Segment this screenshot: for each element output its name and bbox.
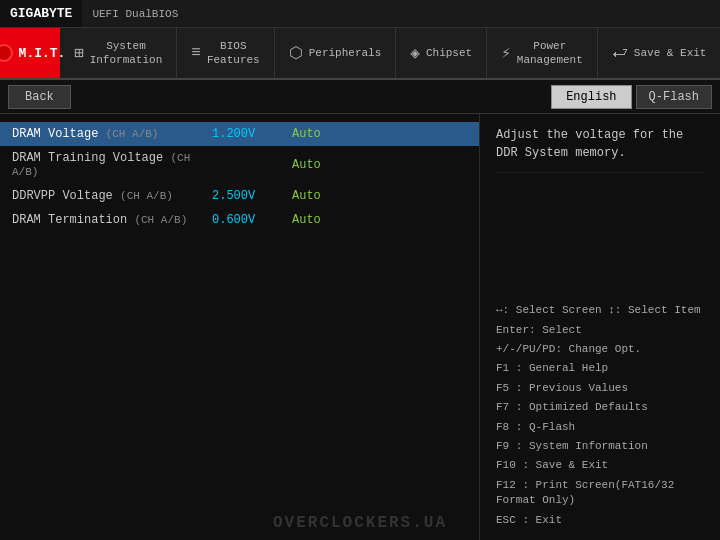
english-button[interactable]: English bbox=[551, 85, 631, 109]
keybind-row-4: F5 : Previous Values bbox=[496, 381, 704, 396]
setting-row-ddrvpp-voltage[interactable]: DDRVPP Voltage (CH A/B)2.500VAuto bbox=[0, 184, 479, 208]
bios-label: UEFI DualBIOS bbox=[82, 0, 188, 27]
setting-row-dram-termination[interactable]: DRAM Termination (CH A/B)0.600VAuto bbox=[0, 208, 479, 232]
setting-value-dram-voltage: 1.200V bbox=[212, 127, 292, 141]
keybind-row-1: Enter: Select bbox=[496, 323, 704, 338]
save-exit-label: Save & Exit bbox=[634, 46, 707, 60]
setting-row-dram-voltage[interactable]: DRAM Voltage (CH A/B)1.200VAuto bbox=[0, 122, 479, 146]
save-exit-icon: ⮐ bbox=[612, 44, 628, 63]
nav-bar: M.I.T. ⊞System Information≡BIOS Features… bbox=[0, 28, 720, 80]
nav-item-save-exit[interactable]: ⮐Save & Exit bbox=[598, 28, 720, 78]
bios-features-label: BIOS Features bbox=[207, 39, 260, 68]
chipset-icon: ◈ bbox=[410, 43, 420, 63]
chipset-label: Chipset bbox=[426, 46, 472, 60]
keybind-row-9: F12 : Print Screen(FAT16/32 Format Only) bbox=[496, 478, 704, 509]
setting-name-dram-termination: DRAM Termination (CH A/B) bbox=[12, 213, 212, 227]
setting-auto-ddrvpp-voltage: Auto bbox=[292, 189, 321, 203]
setting-auto-dram-voltage: Auto bbox=[292, 127, 321, 141]
qflash-button[interactable]: Q-Flash bbox=[636, 85, 712, 109]
keybind-row-3: F1 : General Help bbox=[496, 361, 704, 376]
peripherals-icon: ⬡ bbox=[289, 43, 303, 63]
system-information-icon: ⊞ bbox=[74, 43, 84, 63]
keybind-row-8: F10 : Save & Exit bbox=[496, 458, 704, 473]
nav-item-chipset[interactable]: ◈Chipset bbox=[396, 28, 487, 78]
mit-nav-item[interactable]: M.I.T. bbox=[0, 28, 60, 78]
keybind-row-6: F8 : Q-Flash bbox=[496, 420, 704, 435]
brand-logo: GIGABYTE bbox=[0, 0, 82, 27]
lang-section: English Q-Flash bbox=[551, 85, 712, 109]
setting-name-dram-voltage: DRAM Voltage (CH A/B) bbox=[12, 127, 212, 141]
nav-item-power-management[interactable]: ⚡Power Management bbox=[487, 28, 598, 78]
setting-value-dram-termination: 0.600V bbox=[212, 213, 292, 227]
bios-features-icon: ≡ bbox=[191, 44, 201, 62]
nav-item-system-information[interactable]: ⊞System Information bbox=[60, 28, 177, 78]
setting-row-dram-training-voltage[interactable]: DRAM Training Voltage (CH A/B)Auto bbox=[0, 146, 479, 184]
keybind-row-2: +/-/PU/PD: Change Opt. bbox=[496, 342, 704, 357]
keybind-row-7: F9 : System Information bbox=[496, 439, 704, 454]
setting-value-ddrvpp-voltage: 2.500V bbox=[212, 189, 292, 203]
setting-auto-dram-termination: Auto bbox=[292, 213, 321, 227]
main-content: DRAM Voltage (CH A/B)1.200VAutoDRAM Trai… bbox=[0, 114, 720, 540]
settings-list: DRAM Voltage (CH A/B)1.200VAutoDRAM Trai… bbox=[0, 122, 479, 232]
keybinds-section: ↔: Select Screen ↕: Select ItemEnter: Se… bbox=[496, 303, 704, 528]
second-bar: Back English Q-Flash bbox=[0, 80, 720, 114]
mit-label: M.I.T. bbox=[19, 46, 66, 61]
settings-panel: DRAM Voltage (CH A/B)1.200VAutoDRAM Trai… bbox=[0, 114, 480, 540]
keybind-row-0: ↔: Select Screen ↕: Select Item bbox=[496, 303, 704, 318]
power-management-label: Power Management bbox=[517, 39, 583, 68]
back-button[interactable]: Back bbox=[8, 85, 71, 109]
keybind-row-10: ESC : Exit bbox=[496, 513, 704, 528]
setting-name-ddrvpp-voltage: DDRVPP Voltage (CH A/B) bbox=[12, 189, 212, 203]
help-panel: Adjust the voltage for the DDR System me… bbox=[480, 114, 720, 540]
peripherals-label: Peripherals bbox=[309, 46, 382, 60]
system-information-label: System Information bbox=[90, 39, 163, 68]
keybind-row-5: F7 : Optimized Defaults bbox=[496, 400, 704, 415]
setting-auto-dram-training-voltage: Auto bbox=[292, 158, 321, 172]
setting-name-dram-training-voltage: DRAM Training Voltage (CH A/B) bbox=[12, 151, 212, 179]
mit-circle-icon bbox=[0, 44, 13, 62]
help-text: Adjust the voltage for the DDR System me… bbox=[496, 126, 704, 173]
nav-item-peripherals[interactable]: ⬡Peripherals bbox=[275, 28, 397, 78]
nav-item-bios-features[interactable]: ≡BIOS Features bbox=[177, 28, 274, 78]
top-bar: GIGABYTE UEFI DualBIOS bbox=[0, 0, 720, 28]
power-management-icon: ⚡ bbox=[501, 43, 511, 63]
